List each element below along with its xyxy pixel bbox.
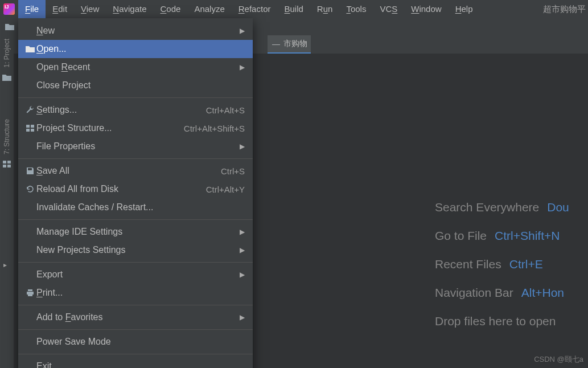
svg-rect-2	[3, 165, 6, 167]
menu-item-save-all[interactable]: Save AllCtrl+S	[18, 162, 253, 180]
tool-window-button--project[interactable]: 1: Project	[3, 39, 11, 68]
window-title-fragment: 超市购物平	[543, 4, 588, 15]
svg-rect-4	[26, 125, 30, 128]
tab-label: 市购物	[283, 39, 307, 49]
menu-item-close-project[interactable]: Close Project	[18, 76, 253, 95]
menu-item-file-properties[interactable]: File Properties▶	[18, 137, 253, 156]
menu-item-new[interactable]: New▶	[18, 22, 253, 40]
menu-item-label: Export	[36, 269, 235, 280]
save-icon	[24, 166, 36, 175]
menu-item-exit[interactable]: Exit	[18, 357, 253, 368]
hint-label: Navigation Bar	[435, 286, 513, 300]
svg-rect-5	[31, 125, 34, 128]
submenu-arrow-icon: ▶	[240, 142, 245, 150]
hint-row: Navigation BarAlt+Hon	[435, 286, 569, 300]
menu-build[interactable]: Build	[277, 0, 310, 18]
wrench-icon	[24, 105, 36, 115]
menu-item-label: Invalidate Caches / Restart...	[36, 202, 245, 212]
hint-shortcut: Dou	[547, 201, 569, 214]
menu-separator	[18, 305, 253, 305]
project-folder-icon	[5, 23, 15, 31]
hint-label: Drop files here to open	[435, 314, 556, 328]
menu-file[interactable]: File	[18, 0, 46, 18]
menu-item-new-projects-settings[interactable]: New Projects Settings▶	[18, 241, 253, 259]
print-icon	[24, 289, 36, 297]
folder-icon	[24, 45, 36, 53]
stripe-expand-icon[interactable]: ▸	[3, 261, 7, 269]
hint-shortcut: Ctrl+E	[509, 257, 543, 271]
menu-edit[interactable]: Edit	[46, 0, 74, 18]
hint-row: Search EverywhereDou	[435, 201, 569, 214]
menu-item-label: Exit	[36, 361, 245, 368]
menu-item-open[interactable]: Open...	[18, 40, 253, 58]
hint-label: Search Everywhere	[435, 201, 539, 214]
menubar: FileEditViewNavigateCodeAnalyzeRefactorB…	[0, 0, 588, 18]
svg-rect-1	[7, 161, 11, 163]
menu-navigate[interactable]: Navigate	[106, 0, 153, 18]
folder-icon	[2, 73, 12, 81]
menu-item-invalidate-caches-restart[interactable]: Invalidate Caches / Restart...	[18, 198, 253, 216]
menu-item-label: Project Structure...	[36, 123, 184, 133]
tool-window-button--structure[interactable]: 7: Structure	[3, 119, 11, 154]
file-menu-dropdown: New▶Open...Open Recent▶Close ProjectSett…	[18, 18, 253, 368]
reload-icon	[24, 185, 36, 194]
menu-item-project-structure[interactable]: Project Structure...Ctrl+Alt+Shift+S	[18, 119, 253, 137]
menu-item-label: Power Save Mode	[36, 337, 245, 347]
menu-vcs[interactable]: VCS	[373, 0, 404, 18]
tool-window-stripe-left: 1: Project7: Structure	[0, 35, 14, 368]
menu-item-label: Manage IDE Settings	[36, 227, 235, 237]
submenu-arrow-icon: ▶	[240, 27, 245, 35]
submenu-arrow-icon: ▶	[240, 313, 245, 321]
menu-refactor[interactable]: Refactor	[232, 0, 278, 18]
hint-label: Recent Files	[435, 257, 501, 271]
menu-item-label: Close Project	[36, 80, 245, 91]
menu-item-export[interactable]: Export▶	[18, 265, 253, 284]
menu-separator	[18, 262, 253, 263]
menu-item-label: File Properties	[36, 141, 235, 152]
editor-tab[interactable]: — 市购物	[268, 35, 311, 54]
menu-item-settings[interactable]: Settings...Ctrl+Alt+S	[18, 101, 253, 119]
hint-shortcut: Ctrl+Shift+N	[495, 229, 560, 243]
menu-item-manage-ide-settings[interactable]: Manage IDE Settings▶	[18, 223, 253, 241]
menu-separator	[18, 354, 253, 354]
intellij-icon	[3, 3, 15, 15]
submenu-arrow-icon: ▶	[240, 63, 245, 71]
app-logo	[0, 0, 18, 18]
svg-rect-7	[31, 129, 34, 132]
menu-item-label: Open Recent	[36, 62, 235, 72]
hint-row: Go to FileCtrl+Shift+N	[435, 229, 569, 243]
svg-rect-6	[26, 129, 30, 132]
menu-item-add-to-favorites[interactable]: Add to Favorites▶	[18, 308, 253, 326]
menu-item-label: Reload All from Disk	[36, 184, 206, 194]
menu-run[interactable]: Run	[310, 0, 340, 18]
menu-separator	[18, 329, 253, 330]
menu-separator	[18, 97, 253, 98]
menu-item-label: New	[36, 26, 235, 36]
submenu-arrow-icon: ▶	[240, 271, 245, 279]
menu-item-print[interactable]: Print...	[18, 284, 253, 302]
menu-item-open-recent[interactable]: Open Recent▶	[18, 58, 253, 76]
structure-icon	[2, 160, 11, 168]
svg-rect-0	[3, 161, 6, 163]
menu-item-reload-all-from-disk[interactable]: Reload All from DiskCtrl+Alt+Y	[18, 180, 253, 198]
hint-row: Recent FilesCtrl+E	[435, 257, 569, 271]
hint-label: Go to File	[435, 229, 487, 243]
menu-separator	[18, 219, 253, 220]
menu-view[interactable]: View	[74, 0, 106, 18]
menu-analyze[interactable]: Analyze	[187, 0, 231, 18]
hint-shortcut: Alt+Hon	[521, 286, 564, 300]
menu-item-power-save-mode[interactable]: Power Save Mode	[18, 333, 253, 351]
menu-code[interactable]: Code	[154, 0, 188, 18]
menu-item-label: Open...	[36, 44, 245, 54]
hint-row: Drop files here to open	[435, 314, 569, 328]
svg-rect-3	[7, 165, 11, 167]
watermark: CSDN @颐七a	[534, 354, 583, 365]
menu-item-label: Add to Favorites	[36, 312, 235, 322]
menu-help[interactable]: Help	[449, 0, 480, 18]
minimize-icon[interactable]: —	[272, 39, 280, 48]
menu-item-shortcut: Ctrl+Alt+S	[206, 105, 245, 115]
menu-tools[interactable]: Tools	[339, 0, 373, 18]
menu-item-label: Print...	[36, 288, 245, 298]
menu-item-shortcut: Ctrl+Alt+Shift+S	[184, 124, 245, 133]
menu-window[interactable]: Window	[404, 0, 448, 18]
